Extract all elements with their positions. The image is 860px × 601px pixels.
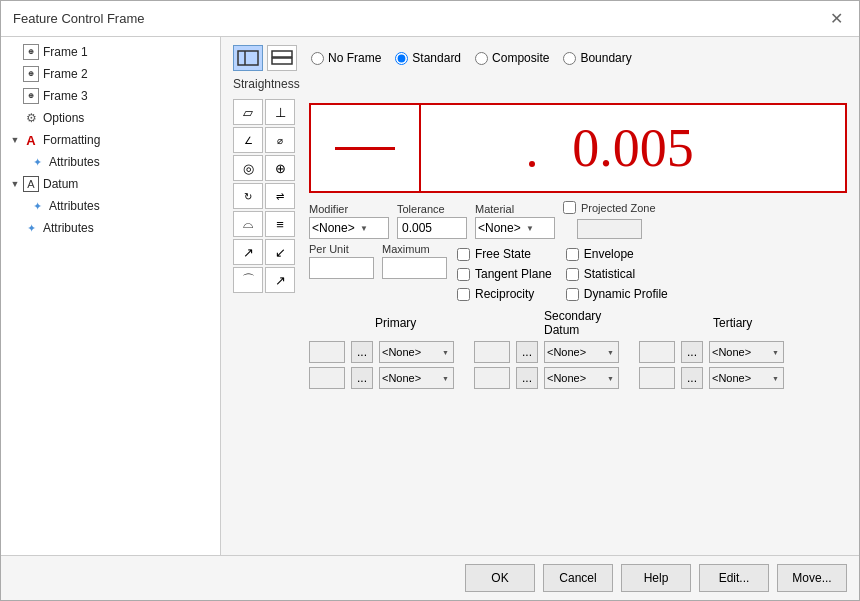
modifier-select-wrapper[interactable]: <None> M L ▼ <box>309 217 389 239</box>
help-button[interactable]: Help <box>621 564 691 592</box>
datum-row2-secondary-dots[interactable]: ... <box>516 367 538 389</box>
tolerance-input[interactable] <box>397 217 467 239</box>
cancel-button[interactable]: Cancel <box>543 564 613 592</box>
frame-type-radios: No Frame Standard Composite Boundary <box>311 51 632 65</box>
move-button[interactable]: Move... <box>777 564 847 592</box>
radio-boundary[interactable]: Boundary <box>563 51 631 65</box>
sym-total-runout[interactable]: ⇌ <box>265 183 295 209</box>
per-unit-group: Per Unit <box>309 243 374 279</box>
double-frame-button[interactable] <box>267 45 297 71</box>
datum-header-row: Primary Secondary Datum Tertiary <box>309 309 847 337</box>
sym-cylindrical[interactable]: ⌀ <box>265 127 295 153</box>
bottom-bar: OK Cancel Help Edit... Move... <box>1 555 859 600</box>
datum-row2-secondary-arrow: ▼ <box>605 375 616 382</box>
ok-button[interactable]: OK <box>465 564 535 592</box>
datum-row2-primary-select[interactable]: <None> <box>380 368 440 388</box>
datum-row2-primary-select-wrap[interactable]: <None> ▼ <box>379 367 454 389</box>
radio-no-frame[interactable]: No Frame <box>311 51 381 65</box>
sym-arrow-1[interactable]: ↗ <box>233 239 263 265</box>
sym-circular-runout[interactable]: ↻ <box>233 183 263 209</box>
svg-rect-0 <box>238 51 258 65</box>
sym-concentricity[interactable]: ◎ <box>233 155 263 181</box>
projected-zone-checkbox[interactable] <box>563 201 576 214</box>
tree-item-options[interactable]: ⚙ Options <box>1 107 220 129</box>
edit-button[interactable]: Edit... <box>699 564 769 592</box>
datum-row1-secondary-select[interactable]: <None> <box>545 342 605 362</box>
datum-row2-tertiary-select-wrap[interactable]: <None> ▼ <box>709 367 784 389</box>
datum-row2-secondary-select-wrap[interactable]: <None> ▼ <box>544 367 619 389</box>
sym-position[interactable]: ⊕ <box>265 155 295 181</box>
datum-row1-primary-dots[interactable]: ... <box>351 341 373 363</box>
sym-perpendicularity[interactable]: ⊥ <box>265 99 295 125</box>
statistical-item: Statistical <box>566 267 668 281</box>
tree-item-attributes-dat[interactable]: ✦ Attributes <box>1 195 220 217</box>
datum-row1-primary-select[interactable]: <None> <box>380 342 440 362</box>
content-area: ⊕ Frame 1 ⊕ Frame 2 ⊕ Frame 3 ⚙ Options <box>1 37 859 555</box>
radio-composite[interactable]: Composite <box>475 51 549 65</box>
datum-row1-secondary-select-wrap[interactable]: <None> ▼ <box>544 341 619 363</box>
datum-row1-tertiary-select[interactable]: <None> <box>710 342 770 362</box>
per-unit-max-section: Per Unit Maximum <box>309 243 847 301</box>
projected-zone-input[interactable] <box>577 219 642 239</box>
datum-row2-tertiary-select[interactable]: <None> <box>710 368 770 388</box>
tree-item-frame3[interactable]: ⊕ Frame 3 <box>1 85 220 107</box>
tree-item-attributes[interactable]: ✦ Attributes <box>1 217 220 239</box>
per-unit-input[interactable] <box>309 257 374 279</box>
sym-angularity[interactable]: ∠ <box>233 127 263 153</box>
projected-zone-label: Projected Zone <box>581 202 656 214</box>
expand-icon-frame3 <box>9 90 21 102</box>
reciprocity-checkbox[interactable] <box>457 288 470 301</box>
single-frame-button[interactable] <box>233 45 263 71</box>
datum-row2-secondary-select[interactable]: <None> <box>545 368 605 388</box>
datum-row2-tertiary-input[interactable] <box>639 367 675 389</box>
checkbox-col-left: Free State Tangent Plane Reciprocity <box>457 247 552 301</box>
modifier-select[interactable]: <None> M L <box>310 218 357 238</box>
close-button[interactable]: ✕ <box>826 9 847 29</box>
sym-profile-surface[interactable]: ⌓ <box>233 211 263 237</box>
datum-row1-primary-arrow: ▼ <box>440 349 451 356</box>
frame-type-row: No Frame Standard Composite Boundary <box>233 45 847 71</box>
material-select-wrapper[interactable]: <None> M L ▼ <box>475 217 555 239</box>
material-select[interactable]: <None> M L <box>476 218 523 238</box>
datum-row1-tertiary-select-wrap[interactable]: <None> ▼ <box>709 341 784 363</box>
datum-row-2: ... <None> ▼ ... <box>309 367 847 389</box>
datum-row1-tertiary-input[interactable] <box>639 341 675 363</box>
sym-parallelism[interactable]: ▱ <box>233 99 263 125</box>
datum-row2-primary-input[interactable] <box>309 367 345 389</box>
radio-standard[interactable]: Standard <box>395 51 461 65</box>
svg-rect-3 <box>272 58 292 64</box>
datum-row1-secondary-arrow: ▼ <box>605 349 616 356</box>
datum-row2-primary-dots[interactable]: ... <box>351 367 373 389</box>
statistical-checkbox[interactable] <box>566 268 579 281</box>
formatting-label: Formatting <box>43 133 100 147</box>
free-state-checkbox[interactable] <box>457 248 470 261</box>
datum-row1-tertiary-dots[interactable]: ... <box>681 341 703 363</box>
datum-area: Primary Secondary Datum Tertiary <box>309 309 847 389</box>
tree-item-datum[interactable]: ▼ A Datum <box>1 173 220 195</box>
tree-item-formatting[interactable]: ▼ A Formatting <box>1 129 220 151</box>
sym-arrow-right[interactable]: ↗ <box>265 267 295 293</box>
datum-row2-tertiary-dots[interactable]: ... <box>681 367 703 389</box>
envelope-checkbox[interactable] <box>566 248 579 261</box>
datum-row2-secondary-input[interactable] <box>474 367 510 389</box>
sym-row-2: ∠ ⌀ <box>233 127 301 153</box>
datum-row1-primary-input[interactable] <box>309 341 345 363</box>
datum-row2-tertiary-arrow: ▼ <box>770 375 781 382</box>
dynamic-profile-checkbox[interactable] <box>566 288 579 301</box>
tangent-plane-checkbox[interactable] <box>457 268 470 281</box>
expand-icon-options <box>9 112 21 124</box>
tree-item-frame2[interactable]: ⊕ Frame 2 <box>1 63 220 85</box>
datum-row1-secondary-dots[interactable]: ... <box>516 341 538 363</box>
primary-header: Primary <box>375 316 450 330</box>
tree-item-attributes-fmt[interactable]: ✦ Attributes <box>1 151 220 173</box>
preview-value: 0.005 <box>421 117 845 179</box>
datum-row1-primary-select-wrap[interactable]: <None> ▼ <box>379 341 454 363</box>
tree-item-frame1[interactable]: ⊕ Frame 1 <box>1 41 220 63</box>
maximum-input[interactable] <box>382 257 447 279</box>
sym-flatness[interactable]: ≡ <box>265 211 295 237</box>
sym-profile-line[interactable]: ⌒ <box>233 267 263 293</box>
dynamic-profile-item: Dynamic Profile <box>566 287 668 301</box>
sym-arrow-2[interactable]: ↙ <box>265 239 295 265</box>
per-unit-label: Per Unit <box>309 243 374 255</box>
datum-row1-secondary-input[interactable] <box>474 341 510 363</box>
